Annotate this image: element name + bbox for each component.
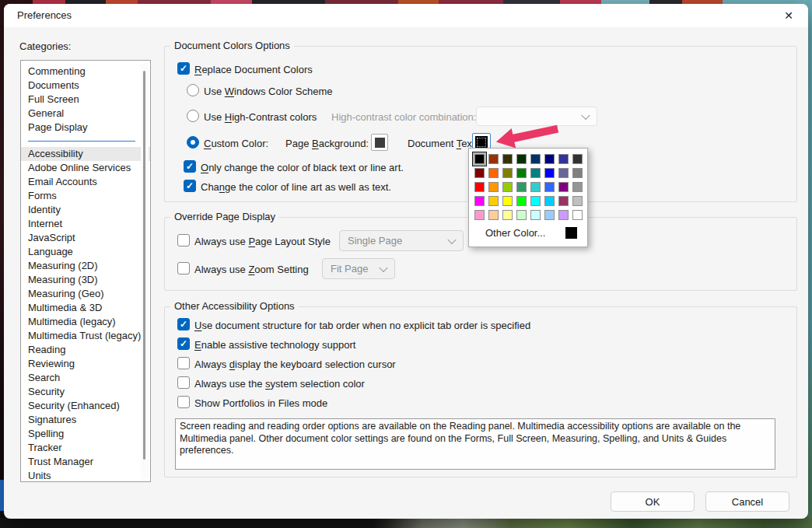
scrollbar-thumb[interactable] xyxy=(143,71,145,460)
change-line-art-checkbox[interactable] xyxy=(184,180,196,192)
page-layout-style-select[interactable]: Single Page xyxy=(339,230,464,251)
palette-swatch[interactable] xyxy=(488,210,499,220)
sidebar-item-page-display[interactable]: Page Display xyxy=(21,121,150,135)
sidebar-item-measuring-3d[interactable]: Measuring (3D) xyxy=(21,273,150,287)
sidebar-item-security-enhanced[interactable]: Security (Enhanced) xyxy=(21,399,150,413)
custom-color-radio[interactable] xyxy=(187,136,199,149)
sidebar-item-documents[interactable]: Documents xyxy=(21,79,150,93)
sidebar-item-language[interactable]: Language xyxy=(21,245,150,259)
sidebar-item-adobe-online-services[interactable]: Adobe Online Services xyxy=(21,161,150,175)
sidebar-item-multimedia-trust-legacy[interactable]: Multimedia Trust (legacy) xyxy=(21,329,150,343)
palette-swatch[interactable] xyxy=(572,154,583,164)
palette-swatch[interactable] xyxy=(516,210,527,220)
enable-assistive-technology-support-checkbox[interactable] xyxy=(177,337,190,350)
sidebar-item-forms[interactable]: Forms xyxy=(21,189,150,203)
page-background-swatch[interactable] xyxy=(371,134,388,151)
use-high-contrast-colors-label[interactable]: Use High-Contrast colors xyxy=(204,111,317,123)
palette-swatch[interactable] xyxy=(558,210,569,220)
other-color-label[interactable]: Other Color... xyxy=(485,227,545,239)
always-use-the-system-selection-color-checkbox[interactable] xyxy=(177,376,190,389)
palette-swatch[interactable] xyxy=(516,196,527,206)
palette-swatch[interactable] xyxy=(530,154,541,164)
sidebar-item-measuring-2d[interactable]: Measuring (2D) xyxy=(21,259,150,273)
palette-swatch[interactable] xyxy=(502,154,513,164)
palette-swatch[interactable] xyxy=(544,182,555,192)
replace-document-colors-label[interactable]: Replace Document Colors xyxy=(194,64,313,75)
palette-swatch[interactable] xyxy=(474,168,485,178)
sidebar-item-multimedia-legacy[interactable]: Multimedia (legacy) xyxy=(21,315,150,329)
show-portfolios-in-files-mode-checkbox[interactable] xyxy=(177,396,190,408)
always-display-the-keyboard-selection-cursor-checkbox[interactable] xyxy=(177,357,190,369)
palette-swatch[interactable] xyxy=(544,210,555,220)
checkbox-label[interactable]: Enable assistive technology support xyxy=(194,339,355,351)
other-color-row[interactable]: Other Color... xyxy=(474,227,583,240)
sidebar-item-tracker[interactable]: Tracker xyxy=(21,441,150,455)
sidebar-item-accessibility[interactable]: Accessibility xyxy=(21,147,150,161)
palette-swatch[interactable] xyxy=(572,168,583,178)
use-windows-color-scheme-radio[interactable] xyxy=(187,84,199,96)
always-use-zoom-setting-checkbox[interactable] xyxy=(177,262,190,274)
sidebar-item-security[interactable]: Security xyxy=(21,385,150,399)
replace-document-colors-checkbox[interactable] xyxy=(177,62,190,75)
sidebar-item-reviewing[interactable]: Reviewing xyxy=(21,357,150,371)
sidebar-item-email-accounts[interactable]: Email Accounts xyxy=(21,175,150,189)
only-change-black-checkbox[interactable] xyxy=(184,160,196,173)
sidebar-item-commenting[interactable]: Commenting xyxy=(21,65,150,79)
sidebar-item-javascript[interactable]: JavaScript xyxy=(21,231,150,245)
ok-button[interactable]: OK xyxy=(611,491,695,512)
use-high-contrast-colors-radio[interactable] xyxy=(187,110,199,122)
sidebar-item-full-screen[interactable]: Full Screen xyxy=(21,93,150,107)
palette-swatch[interactable] xyxy=(530,182,541,192)
checkbox-label[interactable]: Always display the keyboard selection cu… xyxy=(194,358,396,370)
checkbox-label[interactable]: Always use the system selection color xyxy=(194,378,365,390)
custom-color-label[interactable]: Custom Color: xyxy=(204,138,268,149)
sidebar-item-reading[interactable]: Reading xyxy=(21,343,150,357)
checkbox-label[interactable]: Use document structure for tab order whe… xyxy=(194,320,530,331)
cancel-button[interactable]: Cancel xyxy=(705,491,789,512)
palette-swatch[interactable] xyxy=(530,196,541,206)
use-document-structure-for-tab-order-when-no-explicit-tab-order-is-specified-checkbox[interactable] xyxy=(177,318,190,330)
palette-swatch[interactable] xyxy=(530,168,541,178)
sidebar-item-signatures[interactable]: Signatures xyxy=(21,413,150,427)
palette-swatch[interactable] xyxy=(558,196,569,206)
palette-swatch[interactable] xyxy=(474,196,485,206)
only-change-black-label[interactable]: Only change the color of black text or l… xyxy=(201,162,404,173)
sidebar-item-internet[interactable]: Internet xyxy=(21,217,150,231)
sidebar-item-multimedia-3d[interactable]: Multimedia & 3D xyxy=(21,301,150,315)
palette-swatch[interactable] xyxy=(474,210,485,220)
palette-swatch[interactable] xyxy=(572,182,583,192)
sidebar-item-trust-manager[interactable]: Trust Manager xyxy=(21,455,150,469)
sidebar-item-identity[interactable]: Identity xyxy=(21,203,150,217)
palette-swatch[interactable] xyxy=(558,168,569,178)
palette-swatch[interactable] xyxy=(488,168,499,178)
palette-swatch[interactable] xyxy=(502,168,513,178)
use-windows-color-scheme-label[interactable]: Use Windows Color Scheme xyxy=(204,86,332,97)
checkbox-label[interactable]: Show Portfolios in Files mode xyxy=(194,397,327,409)
palette-swatch[interactable] xyxy=(516,168,527,178)
palette-swatch[interactable] xyxy=(474,154,485,164)
always-use-page-layout-checkbox[interactable] xyxy=(177,234,190,247)
palette-swatch[interactable] xyxy=(558,182,569,192)
zoom-setting-select[interactable]: Fit Page xyxy=(322,258,395,279)
palette-swatch[interactable] xyxy=(516,182,527,192)
palette-swatch[interactable] xyxy=(572,210,583,220)
palette-swatch[interactable] xyxy=(544,154,555,164)
sidebar-item-spelling[interactable]: Spelling xyxy=(21,427,150,441)
palette-swatch[interactable] xyxy=(488,196,499,206)
palette-swatch[interactable] xyxy=(502,196,513,206)
palette-swatch[interactable] xyxy=(544,196,555,206)
palette-swatch[interactable] xyxy=(474,182,485,192)
other-color-swatch[interactable] xyxy=(565,227,577,239)
change-line-art-label[interactable]: Change the color of line art as well as … xyxy=(201,181,391,193)
palette-swatch[interactable] xyxy=(488,182,499,192)
always-use-page-layout-label[interactable]: Always use Page Layout Style xyxy=(194,236,331,247)
palette-swatch[interactable] xyxy=(488,154,499,164)
palette-swatch[interactable] xyxy=(558,154,569,164)
always-use-zoom-setting-label[interactable]: Always use Zoom Setting xyxy=(194,264,309,275)
categories-scrollbar[interactable] xyxy=(141,63,149,479)
sidebar-item-units[interactable]: Units xyxy=(21,469,150,482)
sidebar-item-general[interactable]: General xyxy=(21,107,150,121)
sidebar-item-search[interactable]: Search xyxy=(21,371,150,385)
palette-swatch[interactable] xyxy=(502,210,513,220)
palette-swatch[interactable] xyxy=(530,210,541,220)
